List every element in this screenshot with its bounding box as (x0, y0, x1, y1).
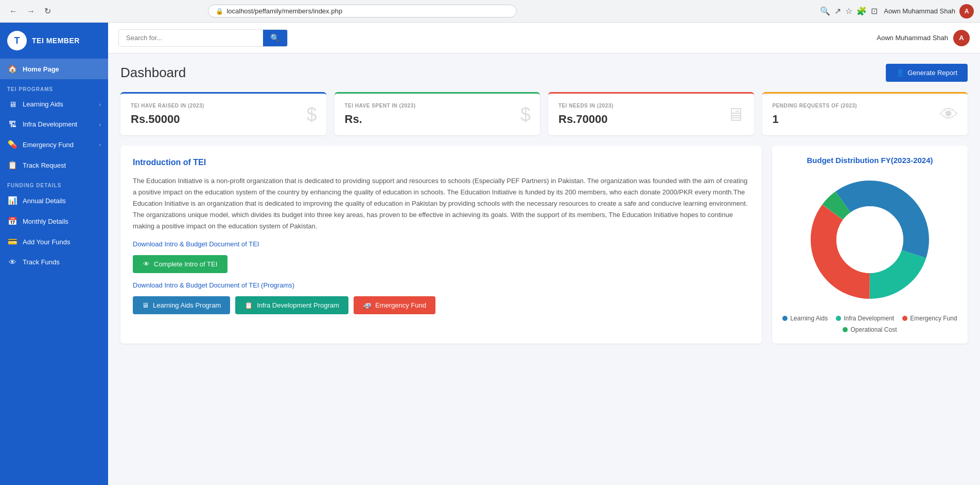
browser-nav-buttons: ← → ↻ (6, 5, 54, 17)
track-request-icon: 📋 (7, 160, 18, 170)
donut-chart (782, 173, 957, 307)
generate-report-button[interactable]: 👤 Generate Report (886, 64, 968, 82)
main-content: Dashboard 👤 Generate Report TEI HAVE RAI… (108, 53, 980, 485)
sidebar-item-track-request[interactable]: 📋 Track Request (0, 155, 108, 175)
sidebar-home-label: Home Page (23, 65, 59, 73)
page-title: Dashboard (120, 65, 186, 81)
infra-icon: 🏗 (7, 120, 18, 129)
sidebar-item-emergency-fund[interactable]: 💊 Emergency Fund › (0, 134, 108, 155)
programs-row: 🖥 Learning Aids Program 📋 Infra Developm… (133, 296, 749, 314)
legend-dot-green (843, 327, 848, 332)
emergency-prog-label: Emergency Fund (375, 301, 426, 309)
needs-label: TEI NEEDS IN (2023) (558, 103, 744, 109)
emergency-fund-program-button[interactable]: 🚑 Emergency Fund (354, 296, 435, 314)
legend-learning-aids: Learning Aids (782, 315, 828, 322)
stat-card-pending: PENDING REQUESTS OF (2023) 1 👁 (762, 92, 968, 135)
emergency-icon: 💊 (7, 140, 18, 149)
legend-label-infra: Infra Development (844, 315, 894, 322)
user-avatar-chrome: A (959, 4, 974, 19)
intro-card: Introduction of TEI The Education Initia… (120, 146, 762, 344)
sidebar-section-funding: FUNDING DETAILS (0, 175, 108, 190)
chevron-right-icon-2: › (99, 121, 101, 128)
raised-label: TEI HAVE RAISED IN (2023) (131, 103, 316, 109)
infra-development-program-button[interactable]: 📋 Infra Development Program (235, 296, 348, 314)
legend-dot-blue (782, 316, 787, 321)
sidebar-add-funds-label: Add Your Funds (23, 238, 71, 246)
browser-chrome: ← → ↻ 🔒 localhost/peffamily/members/inde… (0, 0, 980, 23)
sidebar-track-funds-label: Track Funds (23, 258, 60, 266)
user-avatar-topbar: A (953, 30, 970, 46)
extensions-button[interactable]: 🧩 (856, 6, 867, 16)
sidebar-logo-avatar: T (7, 31, 27, 50)
monitor-icon-prog: 🖥 (142, 301, 149, 309)
sidebar: T TEI MEMBER 🏠 Home Page TEI PROGRAMS 🖥 … (0, 23, 108, 485)
eye-icon: 👁 (940, 104, 958, 125)
split-button[interactable]: ⊡ (871, 6, 878, 16)
dollar-icon: $ (306, 104, 317, 125)
user-name-topbar: Aown Muhammad Shah (877, 34, 948, 42)
sidebar-section-tei-programs: TEI PROGRAMS (0, 79, 108, 94)
needs-value: Rs.70000 (558, 113, 744, 126)
sidebar-header: T TEI MEMBER (0, 23, 108, 59)
zoom-button[interactable]: 🔍 (820, 6, 830, 16)
svg-point-5 (836, 206, 903, 273)
legend-dot-red (902, 316, 907, 321)
sidebar-item-monthly-details[interactable]: 📅 Monthly Details (0, 211, 108, 231)
search-input[interactable] (119, 30, 263, 45)
bookmark-button[interactable]: ☆ (845, 6, 852, 16)
spent-label: TEI HAVE SPENT IN (2023) (345, 103, 530, 109)
app-layout: T TEI MEMBER 🏠 Home Page TEI PROGRAMS 🖥 … (0, 23, 980, 485)
download-link-1[interactable]: Download Intro & Budget Document of TEI (133, 240, 749, 248)
sidebar-item-infra-development[interactable]: 🏗 Infra Development › (0, 114, 108, 134)
sidebar-item-learning-aids[interactable]: 🖥 Learning Aids › (0, 94, 108, 114)
content-row: Introduction of TEI The Education Initia… (120, 146, 968, 344)
topbar: 🔍 Aown Muhammad Shah A (108, 23, 980, 53)
table-icon-prog: 📋 (244, 301, 253, 309)
legend-dot-teal (836, 316, 841, 321)
sidebar-learning-aids-label: Learning Aids (23, 100, 63, 108)
track-funds-icon: 👁 (7, 258, 18, 266)
pending-label: PENDING REQUESTS OF (2023) (773, 103, 958, 109)
chart-card: Budget Distribution FY(2023-2024) (772, 146, 968, 344)
legend-operational-cost: Operational Cost (843, 326, 897, 333)
sidebar-item-home[interactable]: 🏠 Home Page (0, 59, 108, 79)
sidebar-annual-label: Annual Details (23, 197, 66, 205)
back-button[interactable]: ← (6, 6, 21, 17)
annual-details-icon: 📊 (7, 196, 18, 205)
dollar-icon-2: $ (520, 104, 531, 125)
generate-report-label: Generate Report (907, 69, 957, 77)
stat-card-needs: TEI NEEDS IN (2023) Rs.70000 🖥 (548, 92, 754, 135)
add-funds-icon: 💳 (7, 237, 18, 246)
learning-aids-program-button[interactable]: 🖥 Learning Aids Program (133, 296, 230, 314)
browser-actions: 🔍 ↗ ☆ 🧩 ⊡ Aown Muhammad Shah A (820, 4, 974, 19)
sidebar-track-request-label: Track Request (23, 161, 66, 169)
lock-icon: 🔒 (216, 8, 223, 15)
chart-legend: Learning Aids Infra Development Emergenc… (782, 315, 957, 333)
home-icon: 🏠 (7, 64, 18, 74)
forward-button[interactable]: → (24, 6, 38, 17)
learning-aids-icon: 🖥 (7, 100, 18, 109)
sidebar-item-add-funds[interactable]: 💳 Add Your Funds (0, 231, 108, 252)
search-button[interactable]: 🔍 (263, 30, 287, 46)
sidebar-item-track-funds[interactable]: 👁 Track Funds (0, 252, 108, 272)
reload-button[interactable]: ↻ (41, 5, 54, 17)
learning-aids-prog-label: Learning Aids Program (153, 301, 221, 309)
sidebar-item-annual-details[interactable]: 📊 Annual Details (0, 190, 108, 211)
pending-value: 1 (773, 113, 958, 126)
truck-icon-prog: 🚑 (363, 301, 371, 309)
complete-intro-label: Complete Intro of TEI (154, 260, 217, 268)
legend-label-operational: Operational Cost (850, 326, 897, 333)
chevron-right-icon-3: › (99, 141, 101, 148)
stat-card-raised: TEI HAVE RAISED IN (2023) Rs.50000 $ (120, 92, 326, 135)
share-button[interactable]: ↗ (834, 6, 841, 16)
intro-title: Introduction of TEI (133, 158, 749, 167)
intro-text: The Education Initiative is a non-profit… (133, 175, 749, 232)
chart-title: Budget Distribution FY(2023-2024) (782, 156, 957, 165)
legend-label-learning-aids: Learning Aids (790, 315, 828, 322)
download-link-2[interactable]: Download Intro & Budget Document of TEI … (133, 281, 749, 289)
url-text: localhost/peffamily/members/index.php (226, 7, 342, 15)
address-bar[interactable]: 🔒 localhost/peffamily/members/index.php (208, 5, 517, 17)
topbar-right: Aown Muhammad Shah A (877, 30, 970, 46)
complete-intro-button[interactable]: 👁 Complete Intro of TEI (133, 255, 227, 273)
legend-emergency-fund: Emergency Fund (902, 315, 957, 322)
